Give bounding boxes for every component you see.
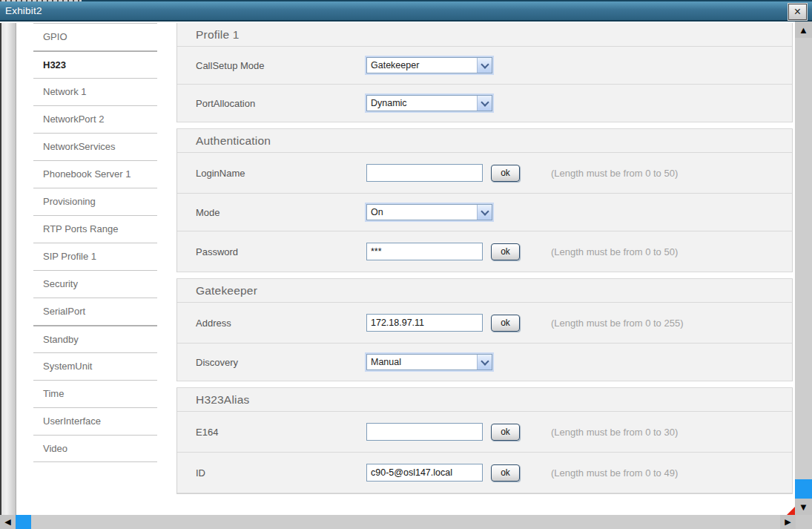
- scroll-right-button[interactable]: ▶: [780, 515, 796, 529]
- section-gap: [176, 381, 793, 388]
- down-arrow-icon: ▼: [799, 502, 808, 513]
- ok-button-password[interactable]: ok: [491, 243, 520, 260]
- sidebar-item-gpio[interactable]: GPIO: [33, 23, 157, 50]
- field-label-password: Password: [196, 246, 366, 257]
- scroll-left-button[interactable]: ◀: [0, 515, 16, 529]
- row-mode: ModeOn: [177, 194, 792, 231]
- section-header-gatekeeper: Gatekeeper: [177, 279, 792, 303]
- chevron-down-icon[interactable]: [477, 96, 492, 111]
- field-label-id: ID: [196, 467, 366, 479]
- field-label-mode: Mode: [196, 207, 366, 218]
- length-hint: (Length must be from 0 to 255): [551, 318, 683, 329]
- row-discovery: DiscoveryManual: [177, 344, 792, 381]
- ok-button-loginname[interactable]: ok: [491, 165, 520, 182]
- dropdown-portallocation[interactable]: Dynamic: [366, 95, 492, 111]
- sidebar-item-security[interactable]: Security: [33, 270, 157, 298]
- length-hint: (Length must be from 0 to 50): [551, 246, 678, 257]
- sidebar-item-video[interactable]: Video: [33, 435, 157, 462]
- right-arrow-icon: ▶: [785, 517, 790, 527]
- field-label-callsetup-mode: CallSetup Mode: [196, 60, 366, 71]
- scrollbar-corner: [796, 515, 812, 529]
- row-portallocation: PortAllocationDynamic: [177, 85, 792, 122]
- sidebar-item-networkservices[interactable]: NetworkServices: [33, 133, 157, 160]
- dropdown-selected-value: Dynamic: [367, 98, 477, 108]
- sidebar-item-network-1[interactable]: Network 1: [33, 78, 157, 105]
- window-title: Exhibit2: [0, 5, 42, 16]
- close-button[interactable]: ×: [788, 4, 807, 20]
- left-arrow-icon: ◀: [4, 517, 10, 527]
- resize-marker-icon: [787, 507, 795, 515]
- sidebar-item-standby[interactable]: Standby: [33, 325, 157, 352]
- dropdown-mode[interactable]: On: [366, 204, 492, 220]
- dropdown-callsetup-mode[interactable]: Gatekeeper: [366, 57, 492, 73]
- horizontal-scrollbar[interactable]: ◀ ▶: [0, 515, 812, 529]
- chevron-down-icon[interactable]: [477, 205, 492, 220]
- sidebar-item-time[interactable]: Time: [33, 380, 157, 407]
- length-hint: (Length must be from 0 to 50): [551, 168, 678, 179]
- sidebar-item-phonebook-server-1[interactable]: Phonebook Server 1: [33, 160, 157, 188]
- input-e164[interactable]: [366, 423, 483, 441]
- sidebar-item-serialport[interactable]: SerialPort: [33, 298, 157, 325]
- input-id[interactable]: [366, 464, 483, 482]
- titlebar[interactable]: Exhibit2 ×: [0, 0, 812, 22]
- scroll-up-button[interactable]: ▲: [795, 22, 812, 38]
- dropdown-discovery[interactable]: Manual: [366, 354, 492, 370]
- settings-panel: Profile 1CallSetup ModeGatekeeperPortAll…: [176, 23, 793, 494]
- ok-button-address[interactable]: ok: [491, 315, 520, 332]
- field-label-loginname: LoginName: [196, 168, 366, 179]
- left-gutter: [0, 23, 16, 515]
- vertical-scrollbar[interactable]: ▲ ▼: [795, 22, 812, 515]
- section-gap: [176, 122, 793, 129]
- sidebar-item-networkport-2[interactable]: NetworkPort 2: [33, 105, 157, 133]
- sidebar-item-rtp-ports-range[interactable]: RTP Ports Range: [33, 215, 157, 243]
- sidebar-item-userinterface[interactable]: UserInterface: [33, 407, 157, 435]
- row-id: IDok(Length must be from 0 to 49): [177, 453, 792, 493]
- background-window-sliver: [0, 0, 82, 1]
- sidebar-item-provisioning[interactable]: Provisioning: [33, 188, 157, 215]
- sidebar-item-sip-profile-1[interactable]: SIP Profile 1: [33, 243, 157, 270]
- field-label-discovery: Discovery: [196, 357, 366, 368]
- dropdown-selected-value: Gatekeeper: [367, 60, 477, 70]
- length-hint: (Length must be from 0 to 49): [551, 467, 678, 479]
- sidebar-item-systemunit[interactable]: SystemUnit: [33, 352, 157, 380]
- close-icon: ×: [794, 6, 801, 18]
- row-callsetup-mode: CallSetup ModeGatekeeper: [177, 47, 792, 85]
- section-header-authentication: Authentication: [177, 129, 792, 153]
- ok-button-e164[interactable]: ok: [491, 424, 520, 441]
- row-e164: E164ok(Length must be from 0 to 30): [177, 412, 792, 453]
- section-gap: [176, 272, 793, 279]
- section-header-h323alias: H323Alias: [177, 388, 792, 412]
- field-label-address: Address: [196, 318, 366, 329]
- dropdown-selected-value: On: [367, 207, 477, 217]
- horizontal-scroll-thumb[interactable]: [16, 515, 31, 529]
- chevron-down-icon[interactable]: [477, 355, 492, 369]
- sidebar-item-h323[interactable]: H323: [33, 50, 157, 78]
- scroll-down-button[interactable]: ▼: [795, 499, 812, 515]
- row-password: Passwordok(Length must be from 0 to 50): [177, 231, 792, 272]
- ok-button-id[interactable]: ok: [491, 464, 520, 482]
- input-password[interactable]: [366, 243, 483, 260]
- field-label-e164: E164: [196, 427, 366, 438]
- dropdown-selected-value: Manual: [367, 357, 477, 367]
- section-header-profile-1: Profile 1: [177, 23, 792, 47]
- chevron-down-icon[interactable]: [477, 58, 492, 73]
- vertical-scroll-thumb[interactable]: [795, 479, 812, 499]
- sidebar-nav: GPIOH323Network 1NetworkPort 2NetworkSer…: [33, 23, 157, 462]
- input-address[interactable]: [366, 314, 483, 332]
- input-loginname[interactable]: [366, 164, 483, 182]
- length-hint: (Length must be from 0 to 30): [551, 427, 678, 438]
- up-arrow-icon: ▲: [799, 24, 808, 36]
- row-loginname: LoginNameok(Length must be from 0 to 50): [177, 153, 792, 194]
- row-address: Addressok(Length must be from 0 to 255): [177, 303, 792, 344]
- field-label-portallocation: PortAllocation: [196, 98, 366, 109]
